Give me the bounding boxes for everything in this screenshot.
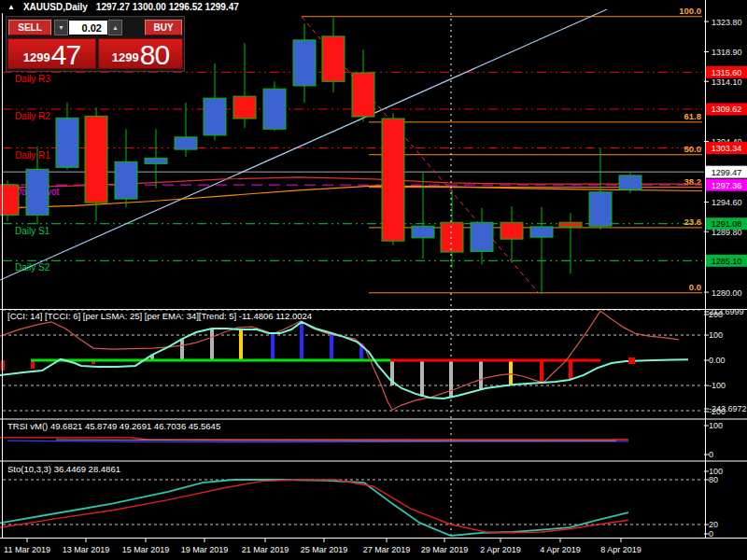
candle-body xyxy=(204,98,226,135)
buy-price-small: 1299 xyxy=(112,51,139,63)
indicator-axis-label: 200 xyxy=(709,310,723,319)
candle-body xyxy=(293,40,316,86)
price-badge-label: 1285.10 xyxy=(712,257,742,266)
date-axis-label: 29 Mar 2019 xyxy=(421,545,469,554)
indicator-axis-label: 0 xyxy=(709,529,713,539)
date-axis-label: 8 Apr 2019 xyxy=(600,545,641,554)
volume-input[interactable] xyxy=(68,20,108,35)
indicator-axis-label: -100 xyxy=(709,381,726,390)
cci-histogram-bar xyxy=(420,360,424,397)
candle-body xyxy=(382,119,404,241)
price-badge-label: 1303.34 xyxy=(712,144,742,153)
candle-body xyxy=(589,192,612,226)
candle-body xyxy=(559,222,582,227)
cci-histogram-bar xyxy=(449,360,453,398)
price-badge-label: 1299.47 xyxy=(712,168,742,177)
indicator-axis-label: 20 xyxy=(709,520,718,529)
date-axis-label: 11 Mar 2019 xyxy=(4,545,50,554)
mt4-chart-window: Daily R3Daily R2Daily R1Daily PivotDaily… xyxy=(0,0,747,560)
date-axis-label: 21 Mar 2019 xyxy=(242,545,289,554)
date-axis-label: 2 Apr 2019 xyxy=(480,545,521,554)
cci-histogram-bar xyxy=(330,333,333,360)
price-badge-label: 1315.60 xyxy=(712,68,742,77)
sell-price-small: 1299 xyxy=(23,51,50,63)
price-badge-label: 1297.36 xyxy=(712,181,742,190)
price-axis-label: 1314.10 xyxy=(712,77,742,87)
fib-level-label: 50.0 xyxy=(684,144,702,154)
chart-title-bar: ▲ XAUUSD,Daily 1297.27 1300.00 1296.52 1… xyxy=(7,1,239,12)
candle-body xyxy=(263,89,286,129)
cci-histogram-bar xyxy=(540,360,543,383)
buy-price-big: 80 xyxy=(140,43,169,67)
candle-body xyxy=(412,226,434,238)
cci-histogram-bar xyxy=(479,360,483,389)
price-axis-label: 1323.80 xyxy=(712,18,742,27)
indicator-axis-label: 0 xyxy=(709,450,713,459)
one-click-trading-panel: SELL ▼ ▲ BUY 1299 47 1299 80 xyxy=(6,16,185,72)
sell-price-button[interactable]: 1299 47 xyxy=(7,38,96,69)
sell-price-big: 47 xyxy=(51,43,80,67)
cci-histogram-bar xyxy=(509,360,513,385)
buy-button[interactable]: BUY xyxy=(145,20,182,35)
date-axis-label: 13 Mar 2019 xyxy=(63,545,110,554)
candle-body xyxy=(471,222,493,251)
sell-button[interactable]: SELL xyxy=(8,20,51,35)
fib-level-label: 23.6 xyxy=(684,217,702,227)
candle-body xyxy=(322,36,345,81)
pivot-level-label: Daily S1 xyxy=(15,226,50,236)
pivot-level-label: Daily R2 xyxy=(15,111,50,121)
price-badge-label: 1291.08 xyxy=(712,219,742,229)
cci-histogram-bar xyxy=(271,334,275,360)
candle-body xyxy=(352,73,374,117)
fib-level-label: 100.0 xyxy=(679,6,701,16)
candle-body xyxy=(619,175,641,189)
date-axis-label: 25 Mar 2019 xyxy=(301,545,348,554)
candle-body xyxy=(145,158,167,163)
candle-body xyxy=(233,96,256,119)
fib-level-label: 61.8 xyxy=(684,111,702,121)
stochastic-line xyxy=(0,480,628,536)
cci-current-marker xyxy=(628,357,635,364)
pivot-level-label: Daily R1 xyxy=(15,150,50,161)
chart-canvas: Daily R3Daily R2Daily R1Daily PivotDaily… xyxy=(0,0,747,560)
candle-body xyxy=(85,116,107,203)
price-badge-label: 1309.62 xyxy=(712,105,742,114)
indicator-axis-label: -200 xyxy=(709,407,726,416)
trsi-line xyxy=(0,438,628,440)
date-axis-label: 4 Apr 2019 xyxy=(540,545,581,554)
indicator-axis-label: 80 xyxy=(709,475,718,484)
cci-histogram-bar xyxy=(180,339,184,360)
price-axis-label: 1280.00 xyxy=(712,288,742,298)
candle-body xyxy=(26,169,49,215)
candle-body xyxy=(441,222,463,252)
indicator-axis-label: 0.00 xyxy=(709,356,726,365)
ohlc-quote-label: 1297.27 1300.00 1296.52 1299.47 xyxy=(96,2,239,12)
cci-histogram-bar xyxy=(210,329,214,360)
cci-histogram-bar xyxy=(239,329,243,360)
symbol-timeframe-label: XAUUSD,Daily xyxy=(23,2,88,12)
date-axis-label: 15 Mar 2019 xyxy=(122,545,170,554)
volume-decrease-button[interactable]: ▼ xyxy=(54,20,68,35)
indicator-axis-label: 100 xyxy=(709,330,723,340)
candle-body xyxy=(56,118,78,167)
fib-level-label: 38.2 xyxy=(684,176,702,187)
cci-histogram-bar xyxy=(569,360,572,380)
indicator-axis-label: 100 xyxy=(709,421,723,430)
collapse-chart-icon[interactable]: ▲ xyxy=(7,3,15,11)
candle-body xyxy=(500,222,523,239)
price-axis-label: 1318.90 xyxy=(712,48,742,57)
cci-indicator-header: [CCI: 14] [TCCI: 6] [per LSMA: 25] [per … xyxy=(7,311,312,321)
date-axis-label: 27 Mar 2019 xyxy=(363,545,411,554)
fib-level-label: 0.0 xyxy=(689,282,701,292)
volume-increase-button[interactable]: ▲ xyxy=(108,20,122,35)
stochastic-indicator-header: Sto(10,3,3) 36.4469 28.4861 xyxy=(7,464,120,474)
cci-histogram-bar xyxy=(300,324,303,360)
candle-body xyxy=(115,161,137,199)
date-axis-label: 19 Mar 2019 xyxy=(181,545,229,554)
candle-body xyxy=(530,227,553,237)
candle-body xyxy=(175,137,197,149)
buy-price-button[interactable]: 1299 80 xyxy=(98,38,183,69)
pivot-level-label: Daily R3 xyxy=(15,74,50,84)
price-axis-label: 1294.60 xyxy=(712,198,742,207)
trsi-indicator-header: TRSI vM() 49.6821 45.8749 49.2691 46.703… xyxy=(7,421,220,431)
